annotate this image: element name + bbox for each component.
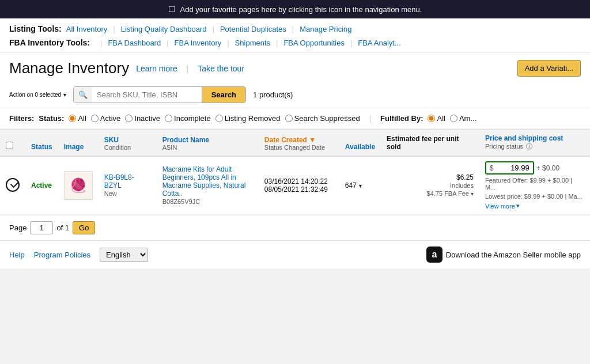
available-dropdown-icon[interactable]: ▾ [359,183,362,189]
take-tour-link[interactable]: Take the tour [198,64,244,73]
filter-search-suppressed[interactable]: Search Suppressed [285,114,360,123]
col-available: Available [339,130,381,157]
price-input-box: $ [485,161,534,175]
fulfilled-am[interactable]: Am... [450,114,476,123]
price-plus: + $0.00 [536,164,559,172]
nav-all-inventory[interactable]: All Inventory [66,25,108,33]
col-date-label: Date Created [264,136,307,144]
fulfilled-by-label: Fulfilled By: [380,114,423,123]
condition-text: New [104,190,117,197]
row-image: 🧶 [58,156,99,215]
filter-active[interactable]: Active [91,114,120,123]
nav-fba-opportunities[interactable]: FBA Opportunities [283,39,345,47]
help-link[interactable]: Help [9,251,25,259]
pagination: Page of 1 Go [0,215,590,240]
table-row: Active 🧶 KB-B9L8-BZYL New Macrame Kits f… [0,156,590,215]
row-price: $ + $0.00 Featured Offer: $9.99 + $0.00 … [479,156,590,215]
page-title: Manage Inventory [9,59,129,77]
row-checkbox-cursor[interactable] [6,178,20,192]
date-changed: 08/05/2021 21:32:49 [264,185,328,194]
toolbar: Action on 0 selected ▾ 🔍 Search 1 produc… [0,82,590,108]
fulfilled-all[interactable]: All [428,114,445,123]
nav-fba-inventory[interactable]: FBA Inventory [175,39,222,47]
row-available: 647 ▾ [339,156,381,215]
banner-text: Add your favorite pages here by clicking… [180,5,422,14]
listing-tools-nav: Listing Tools: All Inventory | Listing Q… [0,18,590,52]
page-input[interactable] [30,221,53,234]
col-price-sub: Pricing status ⓘ [485,142,584,151]
page-label: Page [9,223,27,232]
status-badge: Active [31,181,52,189]
col-fee: Estimated fee per unit sold [381,130,479,157]
product-name-link[interactable]: Macrame Kits for Adult Beginners, 109pcs… [162,165,246,198]
available-count: 647 [345,181,357,189]
inventory-table: Status Image SKU Condition Product Name … [0,129,590,215]
row-fee: $6.25 Includes $4.75 FBA Fee ▾ [381,156,479,215]
lowest-price-text: Lowest price: $9.99 + $0.00 | Ma... [485,193,584,200]
products-count: 1 product(s) [253,90,293,99]
price-input[interactable] [495,164,530,172]
bookmark-icon: ☐ [168,5,176,14]
view-more-icon: ▾ [516,202,520,210]
sort-icon: ▼ [309,136,316,144]
nav-shipments[interactable]: Shipments [235,39,270,47]
col-date-created[interactable]: Date Created ▼ Status Changed Date [259,130,339,157]
action-dropdown[interactable]: Action on 0 selected ▾ [9,92,66,98]
row-status: Active [25,156,58,215]
fee-includes: Includes [450,182,474,189]
sku-link[interactable]: KB-B9L8-BZYL [104,173,134,189]
col-product-name: Product Name ASIN [157,130,259,157]
go-button[interactable]: Go [73,221,95,234]
program-policies-link[interactable]: Program Policies [34,251,90,259]
col-available-label: Available [345,143,375,151]
filter-listing-removed[interactable]: Listing Removed [215,114,281,123]
action-label: Action on 0 selected [9,92,61,98]
product-image: 🧶 [64,171,93,200]
col-price: Price and shipping cost Pricing status ⓘ [479,130,590,157]
nav-potential-duplicates[interactable]: Potential Duplicates [220,25,286,33]
header-checkbox[interactable] [6,142,13,149]
top-banner: ☐ Add your favorite pages here by clicki… [0,0,590,18]
asin-text: B08Z65V9JC [162,198,200,205]
fee-dropdown-icon[interactable]: ▾ [471,191,474,197]
action-arrow-icon: ▾ [63,92,66,98]
filter-incomplete[interactable]: Incomplete [165,114,211,123]
fee-amount: $6.25 [456,173,474,181]
col-product-name-sub: ASIN [162,144,253,151]
pricing-info-icon[interactable]: ⓘ [526,143,532,150]
col-fee-label: Estimated fee per unit sold [387,135,459,151]
date-created: 03/16/2021 14:20:22 [264,177,328,185]
col-status: Status [25,130,58,157]
header-checkbox-cell [0,130,25,157]
filter-all[interactable]: All [69,114,86,123]
row-product-name: Macrame Kits for Adult Beginners, 109pcs… [157,156,259,215]
col-price-label: Price and shipping cost [485,134,563,142]
footer: Help Program Policies English Español Fr… [0,240,590,268]
col-sku-sub: Condition [104,144,151,151]
nav-listing-quality[interactable]: Listing Quality Dashboard [121,25,207,33]
learn-more-link[interactable]: Learn more [136,64,177,73]
language-select[interactable]: English Español Français Deutsch [100,248,148,262]
fba-tools-label: FBA Inventory Tools: [9,38,90,47]
app-text: Download the Amazon Seller mobile app [446,251,581,259]
search-icon: 🔍 [74,87,92,103]
of-label: of 1 [56,223,69,232]
app-download: a Download the Amazon Seller mobile app [426,247,581,263]
filters-row: Filters: Status: All Active Inactive Inc… [0,108,590,129]
search-input[interactable] [92,87,202,103]
nav-fba-dashboard[interactable]: FBA Dashboard [108,39,161,47]
filters-label: Filters: [9,114,34,123]
price-dollar-sign: $ [490,164,494,172]
col-product-name-label: Product Name [162,136,209,144]
col-image-label: Image [64,143,84,151]
filter-inactive[interactable]: Inactive [125,114,160,123]
view-more-link[interactable]: View more ▾ [485,202,584,210]
nav-manage-pricing[interactable]: Manage Pricing [300,25,351,33]
page-header: Manage Inventory Learn more | Take the t… [0,52,590,82]
search-button[interactable]: Search [202,87,245,103]
row-sku: KB-B9L8-BZYL New [99,156,157,215]
col-status-label: Status [31,143,52,151]
featured-offer-text: Featured Offer: $9.99 + $0.00 | M... [485,177,584,191]
nav-fba-analytics[interactable]: FBA Analyt... [358,39,400,47]
add-variation-button[interactable]: Add a Variati... [517,60,581,77]
